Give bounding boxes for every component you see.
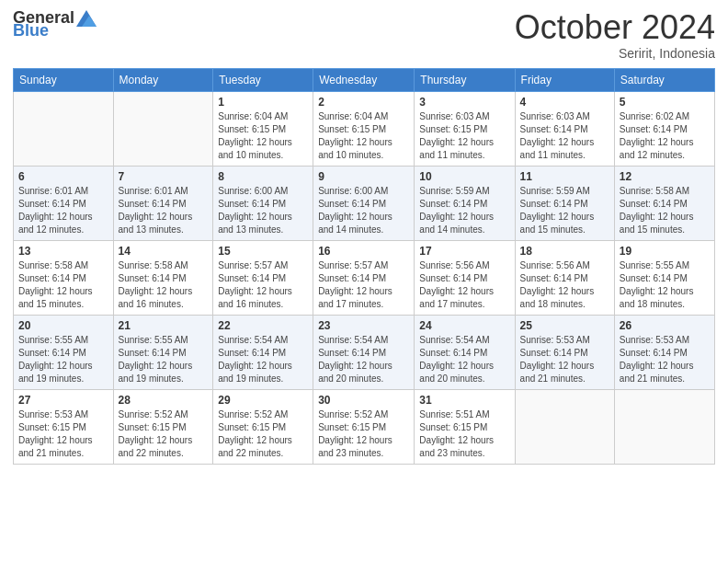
calendar-week-row: 6Sunrise: 6:01 AMSunset: 6:14 PMDaylight… [14, 166, 715, 240]
calendar-cell: 5Sunrise: 6:02 AMSunset: 6:14 PMDaylight… [614, 91, 714, 166]
calendar-week-row: 27Sunrise: 5:53 AMSunset: 6:15 PMDayligh… [14, 389, 715, 464]
day-number: 7 [119, 170, 209, 183]
calendar-week-row: 13Sunrise: 5:58 AMSunset: 6:14 PMDayligh… [14, 240, 715, 315]
day-info: Sunrise: 6:02 AMSunset: 6:14 PMDaylight:… [620, 110, 710, 162]
calendar-cell: 29Sunrise: 5:52 AMSunset: 6:15 PMDayligh… [213, 389, 313, 464]
day-number: 24 [419, 319, 509, 332]
calendar-cell: 14Sunrise: 5:58 AMSunset: 6:14 PMDayligh… [113, 240, 213, 315]
day-info: Sunrise: 5:52 AMSunset: 6:15 PMDaylight:… [218, 408, 308, 460]
calendar-cell: 20Sunrise: 5:55 AMSunset: 6:14 PMDayligh… [14, 315, 114, 389]
calendar-cell: 28Sunrise: 5:52 AMSunset: 6:15 PMDayligh… [113, 389, 213, 464]
calendar-cell: 18Sunrise: 5:56 AMSunset: 6:14 PMDayligh… [515, 240, 614, 315]
day-info: Sunrise: 5:59 AMSunset: 6:14 PMDaylight:… [419, 185, 509, 236]
weekday-header-tuesday: Tuesday [213, 68, 313, 91]
day-number: 25 [520, 319, 609, 332]
day-info: Sunrise: 5:54 AMSunset: 6:14 PMDaylight:… [218, 334, 308, 385]
calendar-cell: 4Sunrise: 6:03 AMSunset: 6:14 PMDaylight… [515, 91, 614, 166]
title-month-year: October 2024 [515, 9, 715, 46]
day-number: 15 [218, 245, 308, 258]
day-info: Sunrise: 6:03 AMSunset: 6:15 PMDaylight:… [419, 110, 509, 162]
calendar-week-row: 1Sunrise: 6:04 AMSunset: 6:15 PMDaylight… [14, 91, 715, 166]
calendar-cell: 25Sunrise: 5:53 AMSunset: 6:14 PMDayligh… [515, 315, 614, 389]
day-number: 6 [18, 170, 108, 183]
day-info: Sunrise: 5:58 AMSunset: 6:14 PMDaylight:… [620, 185, 710, 236]
day-number: 31 [419, 394, 509, 407]
day-info: Sunrise: 5:53 AMSunset: 6:15 PMDaylight:… [18, 408, 108, 460]
calendar-cell: 22Sunrise: 5:54 AMSunset: 6:14 PMDayligh… [213, 315, 313, 389]
day-number: 29 [218, 394, 308, 407]
day-number: 18 [520, 245, 609, 258]
day-number: 21 [119, 319, 209, 332]
day-info: Sunrise: 6:03 AMSunset: 6:14 PMDaylight:… [520, 110, 609, 162]
day-info: Sunrise: 5:56 AMSunset: 6:14 PMDaylight:… [419, 259, 509, 311]
day-info: Sunrise: 6:00 AMSunset: 6:14 PMDaylight:… [218, 185, 308, 236]
day-number: 23 [318, 319, 409, 332]
weekday-header-saturday: Saturday [614, 68, 714, 91]
calendar-week-row: 20Sunrise: 5:55 AMSunset: 6:14 PMDayligh… [14, 315, 715, 389]
day-info: Sunrise: 5:58 AMSunset: 6:14 PMDaylight:… [119, 259, 209, 311]
calendar-cell: 24Sunrise: 5:54 AMSunset: 6:14 PMDayligh… [415, 315, 515, 389]
day-number: 16 [318, 245, 409, 258]
calendar-cell: 23Sunrise: 5:54 AMSunset: 6:14 PMDayligh… [313, 315, 415, 389]
calendar-table: SundayMondayTuesdayWednesdayThursdayFrid… [13, 68, 715, 465]
calendar-cell: 7Sunrise: 6:01 AMSunset: 6:14 PMDaylight… [113, 166, 213, 240]
day-info: Sunrise: 5:51 AMSunset: 6:15 PMDaylight:… [419, 408, 509, 460]
day-info: Sunrise: 5:53 AMSunset: 6:14 PMDaylight:… [520, 334, 609, 385]
day-number: 2 [318, 96, 409, 109]
day-number: 27 [18, 394, 108, 407]
day-number: 20 [18, 319, 108, 332]
day-number: 19 [620, 245, 710, 258]
weekday-header-row: SundayMondayTuesdayWednesdayThursdayFrid… [14, 68, 715, 91]
day-number: 5 [620, 96, 710, 109]
day-info: Sunrise: 6:04 AMSunset: 6:15 PMDaylight:… [218, 110, 308, 162]
calendar-cell: 27Sunrise: 5:53 AMSunset: 6:15 PMDayligh… [14, 389, 114, 464]
logo: General Blue [13, 9, 97, 39]
weekday-header-monday: Monday [113, 68, 213, 91]
calendar-cell: 1Sunrise: 6:04 AMSunset: 6:15 PMDaylight… [213, 91, 313, 166]
day-number: 11 [520, 170, 609, 183]
day-info: Sunrise: 5:52 AMSunset: 6:15 PMDaylight:… [119, 408, 209, 460]
day-number: 26 [620, 319, 710, 332]
title-block: October 2024 Seririt, Indonesia [515, 9, 715, 61]
weekday-header-sunday: Sunday [14, 68, 114, 91]
calendar-cell [614, 389, 714, 464]
page: General Blue October 2024 Seririt, Indon… [0, 0, 728, 563]
day-info: Sunrise: 5:54 AMSunset: 6:14 PMDaylight:… [318, 334, 409, 385]
calendar-cell: 13Sunrise: 5:58 AMSunset: 6:14 PMDayligh… [14, 240, 114, 315]
calendar-cell [113, 91, 213, 166]
day-info: Sunrise: 5:57 AMSunset: 6:14 PMDaylight:… [218, 259, 308, 311]
day-number: 12 [620, 170, 710, 183]
day-number: 17 [419, 245, 509, 258]
day-info: Sunrise: 5:54 AMSunset: 6:14 PMDaylight:… [419, 334, 509, 385]
calendar-cell: 21Sunrise: 5:55 AMSunset: 6:14 PMDayligh… [113, 315, 213, 389]
day-number: 22 [218, 319, 308, 332]
day-number: 28 [119, 394, 209, 407]
day-info: Sunrise: 5:56 AMSunset: 6:14 PMDaylight:… [520, 259, 609, 311]
day-info: Sunrise: 5:55 AMSunset: 6:14 PMDaylight:… [119, 334, 209, 385]
day-number: 13 [18, 245, 108, 258]
calendar-cell: 6Sunrise: 6:01 AMSunset: 6:14 PMDaylight… [14, 166, 114, 240]
calendar-cell: 2Sunrise: 6:04 AMSunset: 6:15 PMDaylight… [313, 91, 415, 166]
day-number: 4 [520, 96, 609, 109]
title-location: Seririt, Indonesia [515, 46, 715, 61]
day-number: 1 [218, 96, 308, 109]
calendar-cell: 10Sunrise: 5:59 AMSunset: 6:14 PMDayligh… [415, 166, 515, 240]
day-info: Sunrise: 5:55 AMSunset: 6:14 PMDaylight:… [18, 334, 108, 385]
calendar-cell: 8Sunrise: 6:00 AMSunset: 6:14 PMDaylight… [213, 166, 313, 240]
day-number: 30 [318, 394, 409, 407]
calendar-cell: 3Sunrise: 6:03 AMSunset: 6:15 PMDaylight… [415, 91, 515, 166]
calendar-cell: 26Sunrise: 5:53 AMSunset: 6:14 PMDayligh… [614, 315, 714, 389]
day-info: Sunrise: 6:01 AMSunset: 6:14 PMDaylight:… [119, 185, 209, 236]
calendar-cell: 9Sunrise: 6:00 AMSunset: 6:14 PMDaylight… [313, 166, 415, 240]
weekday-header-thursday: Thursday [415, 68, 515, 91]
day-info: Sunrise: 6:04 AMSunset: 6:15 PMDaylight:… [318, 110, 409, 162]
day-info: Sunrise: 5:55 AMSunset: 6:14 PMDaylight:… [620, 259, 710, 311]
day-number: 3 [419, 96, 509, 109]
calendar-cell: 11Sunrise: 5:59 AMSunset: 6:14 PMDayligh… [515, 166, 614, 240]
logo-blue: Blue [13, 22, 49, 39]
calendar-cell: 19Sunrise: 5:55 AMSunset: 6:14 PMDayligh… [614, 240, 714, 315]
day-info: Sunrise: 6:00 AMSunset: 6:14 PMDaylight:… [318, 185, 409, 236]
day-info: Sunrise: 5:57 AMSunset: 6:14 PMDaylight:… [318, 259, 409, 311]
logo-icon [76, 10, 97, 27]
calendar-cell: 12Sunrise: 5:58 AMSunset: 6:14 PMDayligh… [614, 166, 714, 240]
